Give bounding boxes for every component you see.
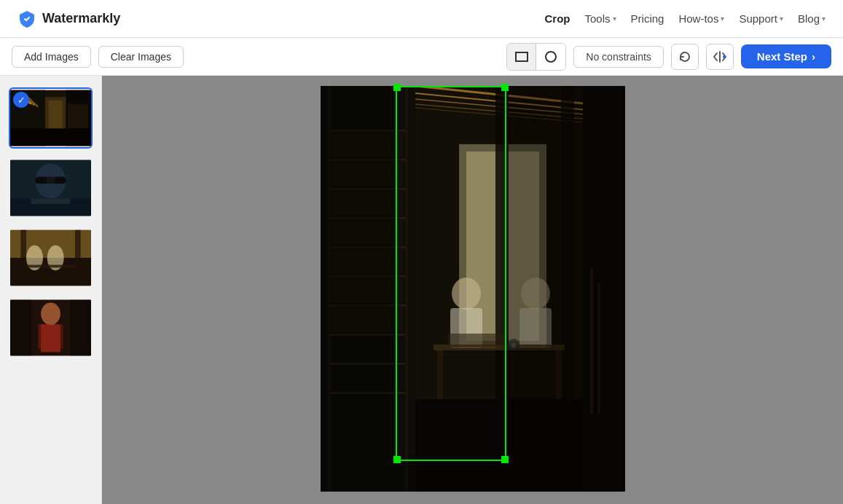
svg-rect-32 (41, 324, 60, 352)
svg-rect-12 (10, 128, 91, 146)
circle-icon (544, 50, 558, 64)
svg-text:⚙: ⚙ (511, 342, 516, 349)
rotate-icon (678, 50, 692, 64)
thumbnail-2[interactable] (9, 157, 93, 218)
circle-shape-button[interactable] (536, 44, 565, 70)
rotate-button[interactable] (671, 44, 699, 70)
nav-blog[interactable]: Blog ▾ (798, 12, 826, 25)
blog-chevron-icon: ▾ (822, 15, 826, 23)
thumb-image-4 (10, 299, 91, 357)
svg-rect-54 (332, 218, 403, 244)
svg-point-70 (521, 277, 550, 310)
tools-chevron-icon: ▾ (613, 15, 616, 23)
svg-rect-79 (597, 283, 600, 414)
constraint-button[interactable]: No constraints (573, 46, 663, 68)
flip-button[interactable] (706, 44, 734, 70)
rectangle-icon (514, 50, 529, 64)
navbar: Watermarkly Crop Tools ▾ Pricing How-tos… (0, 0, 843, 38)
nav-pricing[interactable]: Pricing (631, 12, 664, 25)
svg-rect-33 (38, 324, 44, 348)
svg-rect-35 (10, 300, 31, 356)
clear-images-button[interactable]: Clear Images (98, 46, 184, 68)
svg-rect-56 (332, 277, 403, 302)
support-chevron-icon: ▾ (780, 15, 783, 23)
svg-point-2 (723, 55, 726, 58)
svg-rect-47 (328, 363, 408, 365)
nav-tools[interactable]: Tools ▾ (585, 12, 616, 25)
svg-rect-50 (405, 86, 408, 492)
sidebar: ✓ (0, 76, 102, 504)
navbar-links: Crop Tools ▾ Pricing How-tos ▾ Support ▾… (545, 12, 826, 25)
thumbnail-4[interactable] (9, 297, 93, 358)
svg-rect-49 (328, 86, 331, 492)
svg-rect-48 (328, 392, 408, 394)
nav-howtos[interactable]: How-tos ▾ (678, 12, 724, 25)
svg-rect-57 (332, 306, 403, 331)
next-step-button[interactable]: Next Step › (741, 44, 831, 68)
brand[interactable]: Watermarkly (17, 9, 120, 28)
thumbnail-1[interactable]: ✓ (9, 87, 93, 149)
image-container: ⚙ (321, 86, 625, 495)
flip-icon (713, 50, 727, 64)
svg-point-31 (41, 303, 60, 326)
content-area: ✓ (0, 76, 843, 504)
svg-rect-34 (58, 324, 63, 348)
svg-point-68 (452, 277, 481, 310)
svg-rect-28 (75, 230, 81, 269)
brand-name: Watermarkly (42, 11, 120, 26)
svg-rect-26 (24, 265, 77, 268)
svg-rect-51 (332, 131, 403, 157)
svg-rect-52 (332, 160, 403, 186)
svg-rect-27 (20, 230, 26, 269)
rectangle-shape-button[interactable] (507, 44, 536, 70)
svg-rect-20 (31, 198, 71, 204)
thumbnail-3[interactable] (9, 227, 93, 288)
thumb-image-2 (10, 159, 91, 217)
svg-rect-75 (448, 334, 506, 347)
main-image: ⚙ (321, 86, 625, 492)
add-images-button[interactable]: Add Images (12, 46, 91, 68)
shape-group (506, 43, 566, 71)
next-step-label: Next Step (757, 50, 807, 63)
nav-support[interactable]: Support ▾ (739, 12, 783, 25)
svg-rect-18 (55, 177, 66, 184)
nav-crop[interactable]: Crop (545, 12, 571, 25)
next-step-arrow-icon: › (812, 50, 815, 63)
svg-rect-55 (332, 248, 403, 273)
svg-rect-0 (516, 52, 528, 61)
brand-icon (17, 9, 36, 28)
main-area: ⚙ (102, 76, 843, 504)
svg-rect-77 (583, 86, 625, 492)
toolbar: Add Images Clear Images No constraints N… (0, 38, 843, 76)
svg-rect-71 (519, 308, 552, 348)
svg-point-1 (546, 52, 556, 62)
svg-rect-46 (328, 334, 408, 336)
svg-rect-17 (35, 177, 46, 184)
howtos-chevron-icon: ▾ (721, 15, 724, 23)
svg-rect-53 (332, 189, 403, 215)
svg-rect-36 (70, 300, 91, 356)
thumb-check-icon-1: ✓ (13, 92, 29, 108)
svg-rect-78 (590, 268, 593, 414)
thumb-image-3 (10, 229, 91, 287)
